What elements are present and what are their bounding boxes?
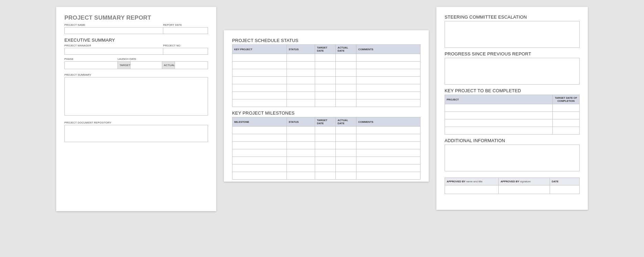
table-cell[interactable] — [356, 99, 420, 107]
table-cell[interactable] — [287, 142, 315, 149]
table-cell[interactable] — [336, 142, 356, 149]
table-cell[interactable] — [552, 104, 579, 112]
table-cell[interactable] — [336, 157, 356, 164]
project-summary-textarea[interactable] — [64, 77, 208, 116]
table-cell[interactable] — [315, 69, 336, 77]
table-row — [445, 127, 580, 135]
table-cell[interactable] — [287, 69, 315, 77]
table-cell[interactable] — [315, 142, 336, 149]
table-cell[interactable] — [552, 127, 579, 135]
table-cell[interactable] — [356, 62, 420, 69]
table-cell[interactable] — [356, 149, 420, 157]
table-cell[interactable] — [356, 127, 420, 134]
table-cell[interactable] — [356, 164, 420, 172]
table-cell[interactable] — [315, 127, 336, 134]
phase-input[interactable] — [65, 62, 118, 69]
table-row — [445, 104, 580, 112]
approve-name-input[interactable] — [445, 185, 499, 194]
table-cell[interactable] — [232, 84, 287, 92]
additional-title: ADDITIONAL INFORMATION — [445, 138, 580, 143]
table-cell[interactable] — [356, 77, 420, 84]
table-cell[interactable] — [336, 172, 356, 180]
report-date-input[interactable] — [163, 27, 208, 34]
table-cell[interactable] — [315, 157, 336, 164]
table-cell[interactable] — [232, 77, 287, 84]
approve-date-input[interactable] — [550, 185, 579, 194]
table-cell[interactable] — [356, 157, 420, 164]
table-cell[interactable] — [287, 99, 315, 107]
project-name-input[interactable] — [64, 27, 163, 34]
table-cell[interactable] — [232, 134, 287, 142]
table-row — [232, 99, 420, 107]
table-cell[interactable] — [336, 84, 356, 92]
table-cell[interactable] — [287, 172, 315, 180]
table-cell[interactable] — [232, 99, 287, 107]
table-cell[interactable] — [287, 84, 315, 92]
progress-textarea[interactable] — [445, 58, 580, 85]
table-cell[interactable] — [315, 149, 336, 157]
table-cell[interactable] — [445, 119, 553, 127]
table-cell[interactable] — [356, 54, 420, 62]
table-cell[interactable] — [232, 142, 287, 149]
table-cell[interactable] — [232, 149, 287, 157]
table-cell[interactable] — [336, 54, 356, 62]
table-cell[interactable] — [287, 54, 315, 62]
table-cell[interactable] — [315, 99, 336, 107]
table-cell[interactable] — [336, 92, 356, 99]
table-cell[interactable] — [336, 134, 356, 142]
table-cell[interactable] — [336, 164, 356, 172]
repo-textarea[interactable] — [64, 125, 208, 142]
table-cell[interactable] — [315, 134, 336, 142]
table-cell[interactable] — [552, 119, 579, 127]
table-cell[interactable] — [336, 69, 356, 77]
table-cell[interactable] — [356, 69, 420, 77]
table-cell[interactable] — [232, 157, 287, 164]
table-cell[interactable] — [356, 172, 420, 180]
table-cell[interactable] — [445, 112, 553, 119]
table-cell[interactable] — [287, 164, 315, 172]
table-row — [232, 54, 420, 62]
table-cell[interactable] — [445, 104, 553, 112]
table-cell[interactable] — [232, 92, 287, 99]
table-cell[interactable] — [315, 84, 336, 92]
table-cell[interactable] — [336, 127, 356, 134]
table-cell[interactable] — [287, 134, 315, 142]
table-cell[interactable] — [287, 127, 315, 134]
table-cell[interactable] — [287, 77, 315, 84]
table-cell[interactable] — [445, 127, 553, 135]
table-cell[interactable] — [315, 164, 336, 172]
key-project-title: KEY PROJECT TO BE COMPLETED — [445, 88, 580, 93]
table-cell[interactable] — [315, 77, 336, 84]
table-cell[interactable] — [232, 127, 287, 134]
additional-textarea[interactable] — [445, 144, 580, 171]
table-cell[interactable] — [336, 62, 356, 69]
table-cell[interactable] — [336, 149, 356, 157]
table-cell[interactable] — [315, 54, 336, 62]
project-no-input[interactable] — [163, 48, 208, 55]
steering-textarea[interactable] — [445, 21, 580, 48]
target-input[interactable] — [131, 62, 162, 69]
table-cell[interactable] — [336, 77, 356, 84]
table-cell[interactable] — [336, 99, 356, 107]
table-cell[interactable] — [315, 92, 336, 99]
table-cell[interactable] — [232, 164, 287, 172]
table-cell[interactable] — [356, 92, 420, 99]
actual-input[interactable] — [175, 62, 208, 69]
milestones-h5: COMMENTS — [356, 117, 420, 127]
project-manager-input[interactable] — [64, 48, 163, 55]
table-cell[interactable] — [287, 92, 315, 99]
table-cell[interactable] — [232, 172, 287, 180]
table-cell[interactable] — [552, 112, 579, 119]
table-cell[interactable] — [356, 142, 420, 149]
table-cell[interactable] — [232, 69, 287, 77]
table-cell[interactable] — [315, 62, 336, 69]
table-cell[interactable] — [287, 62, 315, 69]
table-cell[interactable] — [287, 157, 315, 164]
table-cell[interactable] — [287, 149, 315, 157]
table-cell[interactable] — [315, 172, 336, 180]
table-cell[interactable] — [356, 134, 420, 142]
table-cell[interactable] — [232, 62, 287, 69]
table-cell[interactable] — [356, 84, 420, 92]
table-cell[interactable] — [232, 54, 287, 62]
approve-signature-input[interactable] — [499, 185, 550, 194]
